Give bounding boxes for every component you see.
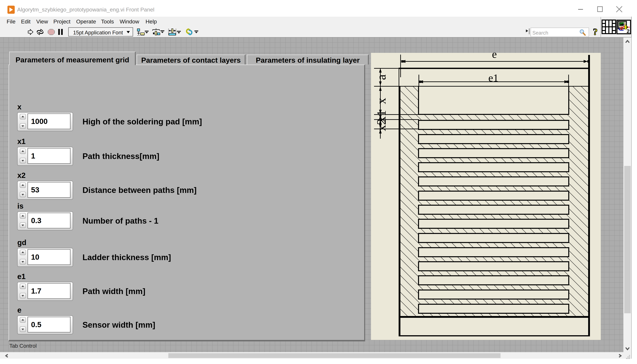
svg-text:x2: x2 bbox=[374, 118, 388, 131]
svg-text:e: e bbox=[492, 53, 497, 60]
svg-text:x: x bbox=[374, 98, 388, 104]
svg-text:e1: e1 bbox=[488, 72, 498, 84]
svg-text:2: 2 bbox=[627, 28, 629, 34]
svg-text:a: a bbox=[374, 74, 388, 80]
svg-text:?: ? bbox=[593, 27, 598, 37]
